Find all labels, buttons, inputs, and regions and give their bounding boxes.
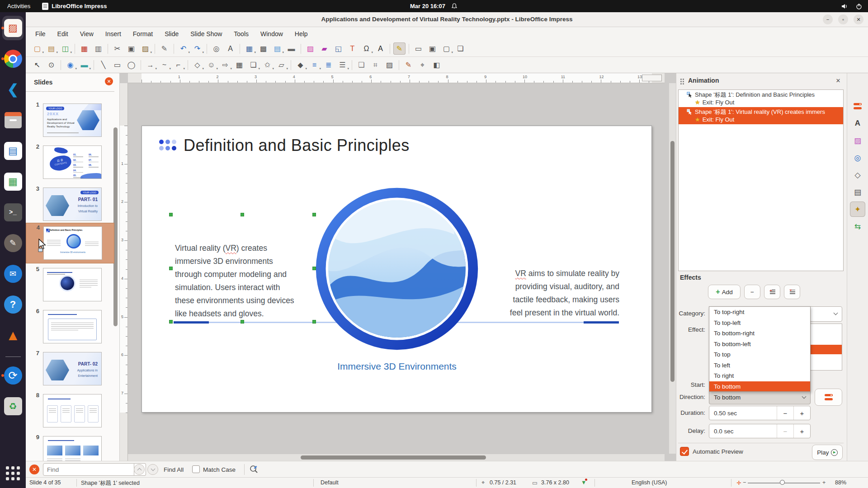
new-icon[interactable]: ▢▾ bbox=[31, 42, 43, 55]
selection-handle[interactable] bbox=[312, 320, 316, 324]
toggle-extrusion-icon[interactable]: ◧ bbox=[430, 59, 443, 71]
slide-thumbnail-1[interactable]: 1 YOUR LOGO 20XX Applications andDevelop… bbox=[26, 100, 114, 141]
match-case-checkbox[interactable] bbox=[192, 465, 200, 473]
filter-icon[interactable]: ▨ bbox=[383, 59, 396, 71]
find-replace-icon[interactable]: ◎ bbox=[210, 42, 222, 55]
undo-icon[interactable]: ↶▾ bbox=[177, 42, 189, 55]
remove-effect-button[interactable]: − bbox=[744, 285, 760, 299]
menu-slide-show[interactable]: Slide Show bbox=[184, 28, 228, 39]
menu-insert[interactable]: Insert bbox=[99, 28, 127, 39]
current-app[interactable]: LibreOffice Impress bbox=[42, 3, 107, 10]
sidebar-navigator-tab[interactable]: ◎ bbox=[850, 150, 865, 165]
insert-image-icon[interactable]: ▨ bbox=[304, 42, 316, 55]
slide-thumbnail-7[interactable]: 7 PART- 02 Applications in Entertainment bbox=[26, 349, 114, 389]
rectangle-icon[interactable]: ▭ bbox=[412, 42, 425, 55]
duration-decrease-button[interactable]: − bbox=[777, 406, 793, 420]
insert-table-icon[interactable]: ▦ bbox=[233, 59, 245, 71]
horizontal-ruler[interactable]: 12345678910111213 bbox=[128, 73, 665, 83]
cut-icon[interactable]: ✂ bbox=[111, 42, 123, 55]
slide-thumbnail-3[interactable]: 3 YOUR LOGO PART- 01 Introduction to Vir… bbox=[26, 184, 114, 225]
selection-handle[interactable] bbox=[241, 213, 244, 216]
animation-panel-close-icon[interactable]: ✕ bbox=[834, 76, 842, 84]
selection-handle[interactable] bbox=[169, 320, 173, 324]
flowchart-icon[interactable]: ▱▾ bbox=[275, 59, 288, 71]
direction-option-to-left[interactable]: To left bbox=[709, 360, 810, 371]
special-character-icon[interactable]: Ω▾ bbox=[360, 42, 373, 55]
selection-handle[interactable] bbox=[241, 320, 244, 324]
vertical-scrollbar[interactable] bbox=[669, 83, 676, 454]
menu-format[interactable]: Format bbox=[127, 28, 159, 39]
fill-color-icon[interactable]: ◉▾ bbox=[64, 59, 76, 71]
export-pdf-icon[interactable]: ▦ bbox=[78, 42, 90, 55]
sidebar-gallery-tab[interactable]: ▨ bbox=[850, 133, 865, 148]
slide-editing-area[interactable]: Definition and Basic Principles Virtual … bbox=[142, 126, 652, 413]
zoom-in-button[interactable]: + bbox=[822, 479, 826, 486]
dock-item-calc[interactable]: ▦ bbox=[0, 171, 26, 192]
find-previous-button[interactable] bbox=[134, 464, 145, 475]
move-effect-up-button[interactable] bbox=[764, 285, 780, 299]
direction-option-to-bottom-left[interactable]: To bottom-left bbox=[709, 339, 810, 350]
dock-item-terminal[interactable]: >_ bbox=[0, 202, 26, 223]
sidebar-styles-tab[interactable]: A bbox=[850, 116, 865, 131]
delay-decrease-button[interactable]: − bbox=[777, 424, 793, 438]
find-input[interactable] bbox=[43, 463, 134, 476]
display-views-icon[interactable]: ▤▾ bbox=[271, 42, 283, 55]
insert-text-box-icon[interactable]: T bbox=[346, 42, 359, 55]
animation-list[interactable]: Shape '标题 1': Definition and Basic Princ… bbox=[678, 89, 844, 271]
sidebar-master-slides-tab[interactable]: ▤ bbox=[850, 184, 865, 200]
slide-thumbnail-5[interactable]: 5 bbox=[26, 265, 114, 305]
horizontal-scrollbar[interactable] bbox=[128, 454, 665, 461]
direction-options-popup[interactable]: To top-rightTo top-leftTo bottom-rightTo… bbox=[709, 306, 811, 392]
dock-item-vlc[interactable]: ▲ bbox=[0, 325, 26, 346]
left-text-block[interactable]: Virtual reality (VR) createsimmersive 3D… bbox=[175, 242, 311, 320]
restore-button[interactable]: ▫ bbox=[838, 14, 848, 24]
insert-chart-icon[interactable]: ◱ bbox=[332, 42, 344, 55]
menu-tools[interactable]: Tools bbox=[228, 28, 255, 39]
dock-item-files[interactable] bbox=[0, 110, 26, 131]
dock-item-trash[interactable]: ♻ bbox=[0, 396, 26, 417]
line-style-icon[interactable]: ▩ bbox=[257, 42, 269, 55]
selection-handle[interactable] bbox=[312, 267, 316, 270]
find-all-button[interactable]: Find All bbox=[164, 466, 184, 473]
dock-item-software-updater[interactable]: ⟳ bbox=[0, 365, 26, 386]
shadow-icon[interactable]: ❏ bbox=[355, 59, 368, 71]
zoom-out-button[interactable]: − bbox=[743, 479, 746, 486]
title-bar[interactable]: Applications and Development of Virtual … bbox=[26, 12, 868, 27]
stars-icon[interactable]: ✩▾ bbox=[261, 59, 274, 71]
block-arrows-icon[interactable]: ⇨▾ bbox=[219, 59, 231, 71]
edit-points-icon[interactable]: ✎ bbox=[402, 59, 415, 71]
effect-options-button[interactable] bbox=[815, 389, 842, 406]
curve-icon[interactable]: ~▾ bbox=[158, 59, 170, 71]
selection-handle[interactable] bbox=[169, 267, 173, 270]
volume-icon[interactable] bbox=[841, 3, 848, 10]
edit-canvas[interactable]: 12345678910111213 1234567 Definition and… bbox=[120, 73, 676, 461]
selection-handle[interactable] bbox=[312, 213, 316, 216]
animation-item-2-selected[interactable]: Shape '标题 1': Virtual reality (VR) creat… bbox=[679, 107, 843, 124]
connector-icon[interactable]: ⌐▾ bbox=[172, 59, 184, 71]
dock-item-vscode[interactable]: ❮ bbox=[0, 79, 26, 100]
circle-caption[interactable]: Immersive 3D Environments bbox=[307, 361, 487, 372]
slides-panel-close-icon[interactable]: ✕ bbox=[105, 77, 113, 85]
ellipse-icon[interactable]: ◯ bbox=[125, 59, 137, 71]
sidebar-shapes-tab[interactable]: ◇ bbox=[850, 167, 865, 183]
selection-handle[interactable] bbox=[169, 213, 173, 216]
line-ends-arrow-icon[interactable]: →▾ bbox=[144, 59, 156, 71]
print-icon[interactable]: ▥ bbox=[92, 42, 104, 55]
dock-item-help[interactable]: ? bbox=[0, 294, 26, 315]
new-slide-icon[interactable]: ▢▾ bbox=[440, 42, 453, 55]
callout-shapes-icon[interactable]: ❏▾ bbox=[247, 59, 259, 71]
dock-item-thunderbird[interactable]: ✉ bbox=[0, 263, 26, 284]
glue-points-icon[interactable]: ⌖ bbox=[416, 59, 429, 71]
minimize-button[interactable]: − bbox=[823, 14, 833, 24]
center-horizontal-icon[interactable]: ≣ bbox=[322, 59, 335, 71]
dock-item-chrome[interactable] bbox=[0, 48, 26, 69]
direction-option-to-right[interactable]: To right bbox=[709, 371, 810, 381]
document-modified-icon[interactable]: ▼ bbox=[581, 479, 586, 486]
dock-item-app-grid[interactable] bbox=[0, 463, 26, 483]
menu-file[interactable]: File bbox=[29, 28, 52, 39]
show-draw-functions-icon[interactable]: ✎ bbox=[393, 42, 406, 55]
delay-increase-button[interactable]: + bbox=[793, 424, 810, 438]
delay-spinbox[interactable]: 0.0 sec − + bbox=[709, 424, 811, 438]
insert-line-icon[interactable]: ╲ bbox=[97, 59, 109, 71]
duration-spinbox[interactable]: 0.50 sec − + bbox=[709, 406, 811, 420]
